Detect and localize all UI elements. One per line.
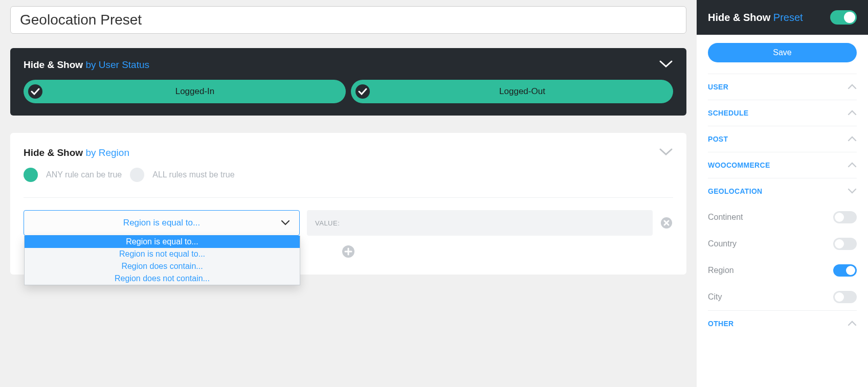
chevron-up-icon xyxy=(848,319,857,328)
chevron-down-icon[interactable] xyxy=(659,148,673,158)
chevron-down-icon xyxy=(848,187,857,196)
panel-header: Hide & Show by User Status xyxy=(24,59,673,71)
sidebar: Hide & Show Preset Save USER SCHEDULE PO… xyxy=(697,0,868,387)
sidebar-header: Hide & Show Preset xyxy=(697,0,868,35)
radio-any-label: ANY rule can be true xyxy=(46,170,122,179)
divider xyxy=(24,197,673,198)
save-button[interactable]: Save xyxy=(708,43,857,62)
chevron-up-icon xyxy=(848,161,857,170)
radio-all-label: ALL rules must be true xyxy=(152,170,234,179)
sidebar-body: Save USER SCHEDULE POST WOOCOMMERCE GEOL… xyxy=(697,35,868,345)
region-toggle[interactable] xyxy=(833,264,857,277)
panel-title-text: Hide & Show xyxy=(24,147,85,158)
check-icon xyxy=(27,83,44,100)
rule-mode-row: ANY rule can be true ALL rules must be t… xyxy=(24,168,673,182)
sub-label: Continent xyxy=(708,213,743,222)
preset-enabled-toggle[interactable] xyxy=(830,10,857,25)
option-label: Logged-In xyxy=(44,86,346,97)
remove-rule-icon[interactable] xyxy=(660,216,673,230)
category-other[interactable]: OTHER xyxy=(708,310,857,336)
sub-label: Country xyxy=(708,239,737,248)
panel-title-text: Hide & Show xyxy=(24,59,85,70)
category-schedule[interactable]: SCHEDULE xyxy=(708,100,857,126)
category-label: USER xyxy=(708,83,728,91)
country-toggle[interactable] xyxy=(833,238,857,250)
value-input[interactable] xyxy=(307,210,653,236)
option-label: Logged-Out xyxy=(371,86,673,97)
sub-region: Region xyxy=(708,257,857,284)
sub-country: Country xyxy=(708,231,857,257)
category-post[interactable]: POST xyxy=(708,126,857,152)
radio-any[interactable] xyxy=(24,168,38,182)
rule-row: Region is equal to... Region is equal to… xyxy=(24,210,673,236)
category-geolocation[interactable]: GEOLOCATION xyxy=(708,178,857,204)
panel-title-accent: by User Status xyxy=(85,59,149,70)
chevron-down-icon[interactable] xyxy=(659,60,673,70)
category-user[interactable]: USER xyxy=(708,74,857,100)
sidebar-title: Hide & Show Preset xyxy=(708,12,803,24)
panel-title: Hide & Show by Region xyxy=(24,147,129,158)
user-status-options: Logged-In Logged-Out xyxy=(24,80,673,103)
sub-continent: Continent xyxy=(708,204,857,231)
category-label: POST xyxy=(708,135,728,143)
condition-select[interactable]: Region is equal to... Region is equal to… xyxy=(24,210,300,236)
category-label: WOOCOMMERCE xyxy=(708,161,770,169)
dropdown-option[interactable]: Region does contain... xyxy=(25,260,300,272)
sub-label: City xyxy=(708,292,722,302)
category-label: GEOLOCATION xyxy=(708,187,762,195)
panel-title: Hide & Show by User Status xyxy=(24,59,149,71)
panel-user-status: Hide & Show by User Status Logged-In Log… xyxy=(10,48,686,116)
check-icon xyxy=(354,83,371,100)
panel-header: Hide & Show by Region xyxy=(24,147,673,158)
dropdown-option[interactable]: Region is equal to... xyxy=(25,236,300,248)
main-column: Hide & Show by User Status Logged-In Log… xyxy=(0,0,686,387)
sidebar-title-text: Hide & Show xyxy=(708,12,773,23)
preset-title-input[interactable] xyxy=(10,6,686,34)
chevron-up-icon xyxy=(848,134,857,144)
category-label: OTHER xyxy=(708,320,734,328)
dropdown-option[interactable]: Region is not equal to... xyxy=(25,248,300,260)
panel-title-accent: by Region xyxy=(85,147,129,158)
category-woocommerce[interactable]: WOOCOMMERCE xyxy=(708,152,857,178)
condition-selected-label: Region is equal to... xyxy=(123,218,200,228)
chevron-up-icon xyxy=(848,82,857,92)
add-rule-icon[interactable] xyxy=(342,245,355,258)
option-logged-out[interactable]: Logged-Out xyxy=(351,80,673,103)
option-logged-in[interactable]: Logged-In xyxy=(24,80,346,103)
city-toggle[interactable] xyxy=(833,291,857,303)
chevron-up-icon xyxy=(848,108,857,118)
radio-all[interactable] xyxy=(130,168,144,182)
sidebar-title-accent: Preset xyxy=(773,12,803,23)
sub-label: Region xyxy=(708,266,734,275)
category-label: SCHEDULE xyxy=(708,109,748,117)
chevron-down-icon xyxy=(281,218,290,227)
panel-region: Hide & Show by Region ANY rule can be tr… xyxy=(10,133,686,275)
condition-dropdown: Region is equal to... Region is not equa… xyxy=(24,236,300,285)
dropdown-option[interactable]: Region does not contain... xyxy=(25,272,300,285)
continent-toggle[interactable] xyxy=(833,211,857,223)
sub-city: City xyxy=(708,284,857,310)
